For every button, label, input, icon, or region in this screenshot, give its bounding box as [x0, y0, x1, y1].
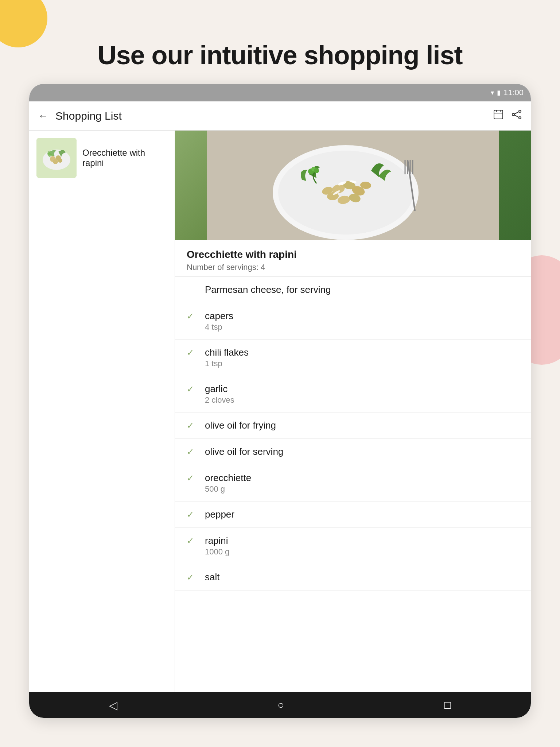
- svg-rect-0: [494, 110, 503, 119]
- ingredient-name: pepper: [205, 509, 519, 520]
- nav-home-button[interactable]: ○: [277, 699, 284, 711]
- ingredient-amount: 500 g: [205, 484, 519, 494]
- check-icon: ✓: [187, 510, 198, 520]
- ingredient-text: salt: [205, 572, 519, 583]
- battery-icon: ▮: [497, 89, 501, 97]
- status-time: 11:00: [503, 88, 524, 97]
- svg-point-28: [314, 168, 319, 173]
- timer-icon[interactable]: [493, 109, 504, 123]
- ingredient-name: Parmesan cheese, for serving: [205, 284, 519, 295]
- app-toolbar: ← Shopping List: [29, 101, 531, 131]
- svg-point-6: [519, 117, 521, 119]
- nav-back-button[interactable]: ◁: [109, 699, 117, 712]
- recipe-thumbnail: [36, 138, 77, 178]
- ingredient-text: Parmesan cheese, for serving: [205, 284, 519, 295]
- ingredient-amount: 4 tsp: [205, 322, 519, 332]
- check-icon: ✓: [187, 447, 198, 457]
- ingredient-amount: 1000 g: [205, 547, 519, 557]
- toolbar-actions: [493, 109, 522, 123]
- list-item[interactable]: Parmesan cheese, for serving: [175, 277, 531, 303]
- list-item[interactable]: ✓olive oil for serving: [175, 439, 531, 465]
- page-heading-area: Use our intuitive shopping list: [0, 18, 560, 92]
- ingredient-name: garlic: [205, 383, 519, 395]
- ingredient-name: capers: [205, 310, 519, 322]
- hero-image: [175, 131, 531, 240]
- svg-point-13: [53, 159, 58, 164]
- list-item[interactable]: ✓olive oil for frying: [175, 413, 531, 439]
- check-icon: ✓: [187, 572, 198, 582]
- svg-line-8: [514, 115, 519, 117]
- content-area: Orecchiette with rapini: [29, 131, 531, 692]
- right-panel: Orecchiette with rapini Number of servin…: [175, 131, 531, 692]
- ingredient-name: chili flakes: [205, 347, 519, 358]
- svg-point-5: [512, 113, 514, 116]
- back-button[interactable]: ←: [38, 110, 48, 122]
- recipe-card: Orecchiette with rapini: [36, 138, 167, 178]
- device-frame: ▾ ▮ 11:00 ← Shopping List: [29, 84, 531, 718]
- ingredient-text: capers4 tsp: [205, 310, 519, 332]
- bottom-nav: ◁ ○ □: [29, 692, 531, 718]
- svg-point-14: [58, 158, 62, 163]
- list-item[interactable]: ✓garlic2 cloves: [175, 376, 531, 413]
- wifi-icon: ▾: [491, 89, 494, 97]
- svg-point-4: [519, 110, 521, 112]
- ingredient-text: garlic2 cloves: [205, 383, 519, 405]
- ingredient-text: pepper: [205, 509, 519, 520]
- ingredients-list: Parmesan cheese, for serving✓capers4 tsp…: [175, 277, 531, 591]
- list-item[interactable]: ✓rapini1000 g: [175, 528, 531, 564]
- ingredient-text: chili flakes1 tsp: [205, 347, 519, 368]
- list-item[interactable]: ✓salt: [175, 564, 531, 591]
- ingredient-text: olive oil for frying: [205, 420, 519, 431]
- left-panel: Orecchiette with rapini: [29, 131, 175, 692]
- share-icon[interactable]: [511, 109, 522, 123]
- check-icon: ✓: [187, 384, 198, 394]
- recipe-detail-header: Orecchiette with rapini Number of servin…: [175, 240, 531, 277]
- ingredient-name: orecchiette: [205, 472, 519, 484]
- nav-recent-button[interactable]: □: [444, 699, 451, 711]
- check-icon: ✓: [187, 536, 198, 546]
- recipe-detail-title: Orecchiette with rapini: [187, 249, 519, 260]
- toolbar-title: Shopping List: [55, 110, 493, 122]
- ingredient-text: rapini1000 g: [205, 535, 519, 557]
- list-item[interactable]: ✓orecchiette500 g: [175, 465, 531, 502]
- check-icon: ✓: [187, 421, 198, 431]
- main-heading: Use our intuitive shopping list: [0, 18, 560, 92]
- ingredient-amount: 2 cloves: [205, 395, 519, 405]
- svg-line-7: [514, 112, 519, 114]
- check-icon: ✓: [187, 311, 198, 321]
- ingredient-name: rapini: [205, 535, 519, 546]
- ingredient-text: orecchiette500 g: [205, 472, 519, 494]
- list-item[interactable]: ✓pepper: [175, 502, 531, 528]
- list-item[interactable]: ✓capers4 tsp: [175, 303, 531, 340]
- status-bar: ▾ ▮ 11:00: [29, 84, 531, 101]
- ingredient-name: olive oil for serving: [205, 446, 519, 457]
- svg-point-17: [278, 151, 413, 235]
- ingredient-amount: 1 tsp: [205, 359, 519, 368]
- status-icons: ▾ ▮ 11:00: [491, 88, 524, 97]
- ingredient-name: salt: [205, 572, 519, 583]
- recipe-servings: Number of servings: 4: [187, 263, 519, 272]
- check-icon: ✓: [187, 348, 198, 358]
- ingredient-name: olive oil for frying: [205, 420, 519, 431]
- recipe-name-sidebar: Orecchiette with rapini: [82, 148, 167, 168]
- list-item[interactable]: ✓chili flakes1 tsp: [175, 340, 531, 376]
- ingredient-text: olive oil for serving: [205, 446, 519, 457]
- check-icon: ✓: [187, 473, 198, 483]
